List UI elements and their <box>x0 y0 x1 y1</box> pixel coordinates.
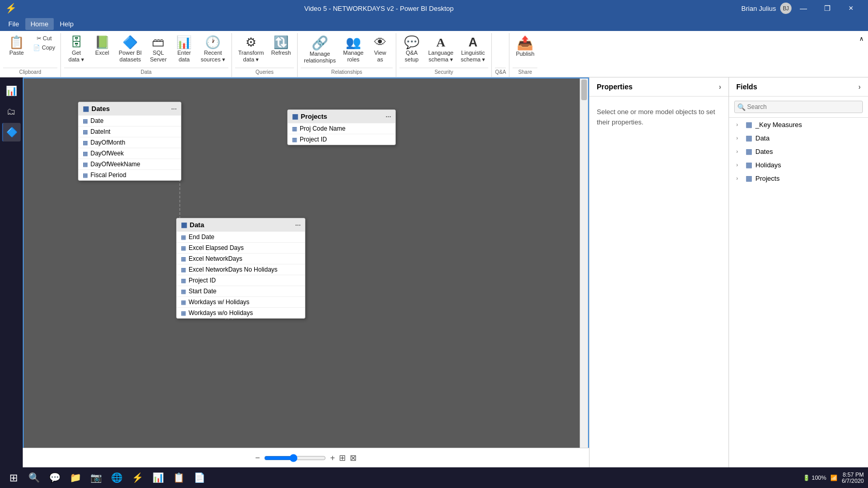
expand-icon-holidays: › <box>736 162 742 168</box>
manage-rel-icon: 🔗 <box>312 36 328 50</box>
start-button[interactable]: ⊞ <box>4 468 23 487</box>
sidebar-report-icon[interactable]: 📊 <box>2 82 21 100</box>
ribbon-group-qa: Q&A <box>492 33 509 77</box>
fields-item-dates[interactable]: › ▦ Dates <box>729 145 868 158</box>
taskbar-clock[interactable]: 8:57 PM 6/7/2020 <box>842 471 864 484</box>
sidebar-model-icon[interactable]: 🔷 <box>2 123 21 141</box>
sql-server-button[interactable]: 🗃 SQLServer <box>146 34 171 65</box>
paste-button[interactable]: 📋 Paste <box>3 34 30 58</box>
sql-icon: 🗃 <box>152 36 164 49</box>
publish-button[interactable]: 📤 Publish <box>513 34 537 59</box>
refresh-label: Refresh <box>271 50 291 56</box>
projects-more-icon[interactable]: ··· <box>385 113 391 120</box>
linguistic-schema-button[interactable]: A Linguisticschema ▾ <box>458 34 489 65</box>
canvas-area[interactable]: 1 1 1 ▦Dates ··· ▦ Date <box>23 77 589 467</box>
zoom-minus-button[interactable]: − <box>255 453 260 463</box>
transform-label: Transformdata ▾ <box>238 50 264 63</box>
field-label-key-measures: _Key Measures <box>755 121 861 129</box>
taskbar-time: 8:57 PM <box>842 471 864 478</box>
expand-icon-dates: › <box>736 149 742 154</box>
enter-data-label: Enterdata <box>177 50 191 63</box>
ling-label: Linguisticschema ▾ <box>461 50 486 63</box>
taskbar-taskview[interactable]: 💬 <box>45 468 64 487</box>
fields-item-key-measures[interactable]: › ▦ _Key Measures <box>729 118 868 131</box>
dates-more-icon[interactable]: ··· <box>171 105 177 113</box>
canvas-scrollbar-vertical[interactable] <box>580 78 588 458</box>
recent-sources-button[interactable]: 🕐 Recentsources ▾ <box>197 34 228 65</box>
field-label-data: Data <box>755 134 861 142</box>
taskbar-browser[interactable]: 🌐 <box>107 468 126 487</box>
manage-rel-label: Managerelationships <box>304 51 336 64</box>
cut-button[interactable]: ✂ Cut <box>31 34 57 43</box>
manage-relationships-button[interactable]: 🔗 Managerelationships <box>301 34 339 66</box>
taskbar-powerpoint[interactable]: 📋 <box>169 468 188 487</box>
taskbar-powerbi[interactable]: ⚡ <box>128 468 147 487</box>
minimize-button[interactable]: — <box>792 0 815 17</box>
table-icon-dates: ▦ <box>746 147 752 155</box>
window-title: Video 5 - NETWORKDAYS v2 - Power BI Desk… <box>17 5 741 12</box>
manage-roles-icon: 👥 <box>346 36 361 49</box>
ribbon-group-security: 💬 Q&Asetup A Languageschema ▾ A Linguist… <box>396 33 492 77</box>
qa-group-label: Q&A <box>495 68 506 76</box>
expand-icon-key-measures: › <box>736 122 742 128</box>
dates-field-fiscalperiod: ▦ Fiscal Period <box>79 169 181 180</box>
restore-button[interactable]: ❐ <box>815 0 839 17</box>
data-table[interactable]: ▦Data ··· ▦ End Date ▦ Excel Elapsed Day… <box>176 218 305 319</box>
paste-label: Paste <box>9 50 24 56</box>
menu-help[interactable]: Help <box>55 18 79 30</box>
refresh-icon: 🔃 <box>273 36 289 49</box>
transform-data-button[interactable]: ⚙ Transformdata ▾ <box>235 34 267 65</box>
zoom-slider[interactable] <box>264 454 326 462</box>
taskbar-network: 📶 <box>830 475 838 481</box>
zoom-reset-button[interactable]: ⊞ <box>339 453 346 463</box>
field-label-dates: Dates <box>755 148 861 155</box>
transform-icon: ⚙ <box>245 36 257 49</box>
copy-button[interactable]: 📄 Copy <box>31 43 57 52</box>
data-field-workdays-holidays: ▦ Workdays w/ Holidays <box>177 296 305 307</box>
fields-search-input[interactable] <box>734 101 863 113</box>
fields-item-data[interactable]: › ▦ Data <box>729 131 868 145</box>
zoom-fit-button[interactable]: ⊠ <box>350 453 357 463</box>
table-icon-data: ▦ <box>746 134 752 142</box>
manage-roles-button[interactable]: 👥 Manageroles <box>340 34 367 65</box>
data-more-icon[interactable]: ··· <box>295 221 301 229</box>
zoom-plus-button[interactable]: + <box>330 453 335 463</box>
projects-table[interactable]: ▦Projects ··· ▦ Proj Code Name ▦ Project… <box>287 109 396 145</box>
powerbi-datasets-button[interactable]: 🔷 Power BIdatasets <box>116 34 145 65</box>
fields-item-holidays[interactable]: › ▦ Holidays <box>729 158 868 171</box>
copy-icon: 📄 Copy <box>33 44 55 51</box>
manage-roles-label: Manageroles <box>343 50 364 63</box>
enter-data-button[interactable]: 📊 Enterdata <box>172 34 196 65</box>
titlebar: ⚡ Video 5 - NETWORKDAYS v2 - Power BI De… <box>0 0 868 17</box>
fields-chevron[interactable]: › <box>858 83 861 91</box>
taskbar-camera[interactable]: 📷 <box>87 468 105 487</box>
qa-setup-button[interactable]: 💬 Q&Asetup <box>399 34 424 65</box>
menu-file[interactable]: File <box>3 18 24 30</box>
data-table-header[interactable]: ▦Data ··· <box>177 218 305 231</box>
dates-table-header[interactable]: ▦Dates ··· <box>79 102 181 115</box>
sidebar-data-icon[interactable]: 🗂 <box>2 102 21 121</box>
ribbon-group-clipboard: 📋 Paste ✂ Cut 📄 Copy Clipboard <box>0 33 61 77</box>
ribbon-group-relationships: 🔗 Managerelationships 👥 Manageroles 👁 Vi… <box>298 33 396 77</box>
taskbar-explorer[interactable]: 📁 <box>66 468 85 487</box>
view-as-button[interactable]: 👁 Viewas <box>368 34 393 65</box>
taskbar-search[interactable]: 🔍 <box>25 468 43 487</box>
fields-item-projects[interactable]: › ▦ Projects <box>729 171 868 185</box>
close-button[interactable]: ✕ <box>839 0 863 17</box>
taskbar-word[interactable]: 📄 <box>190 468 209 487</box>
data-field-workdays-noholidays: ▦ Workdays w/o Holidays <box>177 307 305 318</box>
refresh-button[interactable]: 🔃 Refresh <box>268 34 295 58</box>
language-schema-button[interactable]: A Languageschema ▾ <box>425 34 457 65</box>
menu-home[interactable]: Home <box>25 18 54 30</box>
collapse-ribbon-button[interactable]: ∧ <box>855 33 868 77</box>
excel-button[interactable]: 📗 Excel <box>90 34 115 58</box>
view-as-icon: 👁 <box>374 36 386 49</box>
dates-table[interactable]: ▦Dates ··· ▦ Date ▦ DateInt ▦ DayOfMonth… <box>78 102 181 181</box>
get-data-button[interactable]: 🗄 Getdata ▾ <box>64 34 89 65</box>
projects-table-header[interactable]: ▦Projects ··· <box>288 110 395 123</box>
properties-chevron[interactable]: › <box>719 83 721 91</box>
user-avatar[interactable]: BJ <box>780 3 792 14</box>
taskbar-excel[interactable]: 📊 <box>149 468 167 487</box>
table-icon-holidays: ▦ <box>746 161 752 169</box>
relationships-label: Relationships <box>301 68 393 76</box>
